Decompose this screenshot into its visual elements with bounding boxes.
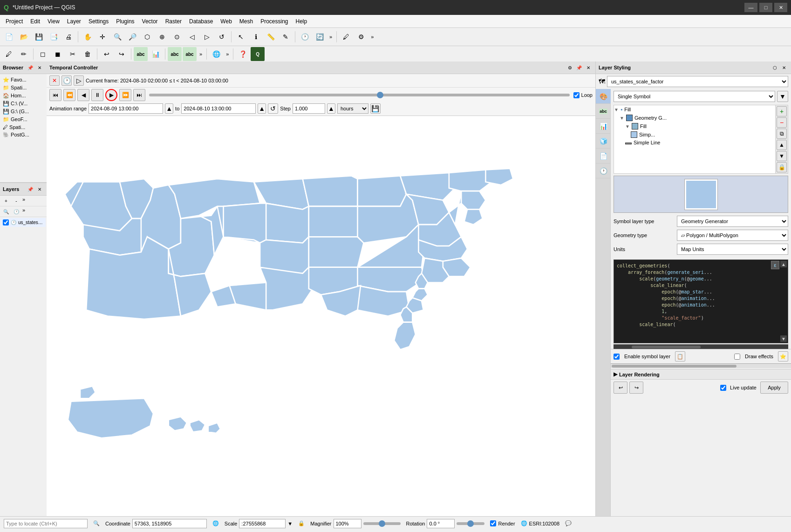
save-button[interactable]: 💾 — [32, 30, 46, 44]
zoom-last-button[interactable]: ◁ — [185, 30, 199, 44]
globe-button[interactable]: 🌐 — [209, 47, 223, 61]
minimize-button[interactable]: — — [744, 3, 757, 12]
sp-geometry-type-select[interactable]: ▱ Polygon / MultiPolygon — [677, 230, 788, 241]
edit-button[interactable]: ⚙ — [354, 30, 368, 44]
tree-item-fill2[interactable]: ▼ Fill — [625, 122, 775, 130]
scale-dropdown[interactable]: ▼ — [287, 521, 293, 526]
label3-button[interactable]: abc — [183, 47, 197, 61]
rotation-slider[interactable] — [457, 522, 484, 525]
browser-item-spatial2[interactable]: 🖊 Spati... — [1, 123, 46, 131]
menu-settings[interactable]: Settings — [85, 16, 112, 27]
coordinate-input[interactable] — [132, 519, 207, 528]
tc-timeline-slider[interactable] — [149, 94, 570, 96]
delete-button[interactable]: 🗑 — [81, 47, 95, 61]
sp-tab-symbology[interactable]: 🎨 — [596, 89, 611, 104]
dup-symbol-button[interactable]: ⧉ — [777, 129, 787, 139]
sp-undo-redo[interactable]: ↩ ↪ — [614, 382, 643, 394]
menu-project[interactable]: Project — [2, 16, 27, 27]
tc-range-from-up[interactable]: ▲ — [165, 103, 173, 114]
magnifier-slider[interactable] — [363, 522, 401, 525]
tc-save-button[interactable]: 💾 — [370, 103, 381, 114]
cut-button[interactable]: ✂ — [66, 47, 80, 61]
zoom-full-button[interactable]: ⊙ — [170, 30, 184, 44]
help-button[interactable]: ❓ — [236, 47, 250, 61]
magnifier-input[interactable] — [334, 519, 361, 528]
tc-goto-start-button[interactable]: ⏮ — [49, 89, 61, 101]
menu-layer[interactable]: Layer — [63, 16, 85, 27]
sp-redo-button[interactable]: ↪ — [629, 382, 643, 394]
sp-live-apply[interactable]: Live update Apply — [720, 382, 788, 394]
layer-diagram-button[interactable]: 📊 — [149, 47, 163, 61]
menu-database[interactable]: Database — [185, 16, 217, 27]
sp-tab-rendering[interactable]: 📄 — [596, 149, 611, 164]
refresh2-button[interactable]: 🔄 — [313, 30, 327, 44]
tree-item-fill[interactable]: ▼ ▪ Fill — [614, 105, 775, 114]
sp-symbol-type-select[interactable]: Single Symbol — [614, 91, 775, 102]
tree-item-geometry-gen[interactable]: ▼ Geometry G... — [620, 114, 775, 122]
vertex-button[interactable]: ◻ — [36, 47, 50, 61]
map-canvas[interactable] — [47, 116, 595, 516]
layers-content[interactable]: 🕐 us_states_scale_factor — [0, 217, 47, 228]
enable-symbol-layer-checkbox[interactable] — [614, 354, 620, 360]
browser-close-button[interactable]: ✕ — [35, 63, 44, 72]
sp-tab-3d[interactable]: 🧊 — [596, 134, 611, 149]
measure-button[interactable]: 📏 — [264, 30, 278, 44]
browser-item-geof[interactable]: 📁 GeoF... — [1, 116, 46, 123]
tc-pin-button[interactable]: 📌 — [575, 63, 583, 72]
sp-units-select[interactable]: Map Units — [677, 244, 788, 255]
close-button[interactable]: ✕ — [774, 3, 787, 12]
menu-edit[interactable]: Edit — [27, 16, 44, 27]
tc-header-icons[interactable]: ⚙ 📌 ✕ — [566, 63, 593, 72]
save-as-button[interactable]: 📑 — [47, 30, 61, 44]
layers-toolbar[interactable]: + - » — [0, 196, 47, 206]
tc-step-unit-select[interactable]: hours minutes seconds days — [337, 103, 368, 114]
sp-code-editor[interactable]: ▲ ε collect_geometries( array_foreach(ge… — [614, 259, 788, 343]
scale-input[interactable] — [239, 519, 286, 528]
tc-refresh-button[interactable]: ↺ — [268, 103, 278, 114]
tc-range-to-input[interactable] — [181, 103, 256, 114]
sp-dock-button[interactable]: ⬡ — [771, 63, 779, 72]
up-symbol-button[interactable]: ▲ — [777, 140, 787, 150]
sp-symbol-layer-type-select[interactable]: Geometry Generator — [677, 216, 788, 227]
expression-button[interactable]: ε — [771, 261, 779, 269]
browser-item-favorites[interactable]: ⭐ Favo... — [1, 76, 46, 84]
locate-search-input[interactable] — [4, 519, 88, 528]
menu-mesh[interactable]: Mesh — [236, 16, 257, 27]
zoom-select-button[interactable]: ⬡ — [140, 30, 154, 44]
toolbar-more[interactable]: » — [327, 34, 334, 40]
tc-play-fwd-button[interactable]: ▷ — [74, 75, 84, 86]
menu-raster[interactable]: Raster — [162, 16, 185, 27]
temporal-button[interactable]: 🕐 — [298, 30, 312, 44]
tc-goto-end-button[interactable]: ⏭ — [133, 89, 145, 101]
maximize-button[interactable]: □ — [759, 3, 772, 12]
add-group-button[interactable]: + — [2, 197, 10, 205]
sp-layer-dropdown[interactable]: us_states_scale_factor — [607, 76, 788, 87]
menu-help[interactable]: Help — [292, 16, 311, 27]
remove-layer-button[interactable]: - — [12, 197, 20, 205]
open-button[interactable]: 📂 — [17, 30, 31, 44]
down-symbol-button[interactable]: ▼ — [777, 151, 787, 161]
toolbar-more2[interactable]: » — [369, 34, 375, 40]
layer-time-button[interactable]: 🕐 — [12, 207, 20, 216]
tc-loop-checkbox[interactable] — [573, 92, 580, 98]
sp-tab-diagrams[interactable]: 📊 — [596, 119, 611, 134]
filter-layer-button[interactable]: 🔍 — [2, 207, 10, 216]
menu-vector[interactable]: Vector — [138, 16, 162, 27]
digitize2-button[interactable]: ✏ — [17, 47, 31, 61]
layer-item[interactable]: 🕐 us_states_scale_factor — [1, 218, 46, 227]
more-btn[interactable]: » — [22, 197, 25, 205]
sp-header-icons[interactable]: ⬡ ✕ — [771, 63, 788, 72]
layer-rendering-section[interactable]: ▶ Layer Rendering — [611, 369, 791, 379]
tc-play-back-button[interactable]: ◀ — [77, 89, 89, 101]
browser-item-g[interactable]: 💾 G:\ (G... — [1, 108, 46, 116]
digitize-button[interactable]: 🖊 — [339, 30, 353, 44]
browser-item-postgis[interactable]: 🐘 PostG... — [1, 131, 46, 139]
render-checkbox[interactable] — [490, 520, 496, 526]
print-button[interactable]: 🖨 — [61, 30, 75, 44]
tree-item-simple-fill[interactable]: Simp... — [631, 130, 775, 139]
label-button[interactable]: abc — [134, 47, 148, 61]
code-scroll-up[interactable]: ▲ — [780, 261, 787, 267]
zoom-next-button[interactable]: ▷ — [200, 30, 214, 44]
tc-pause-button[interactable]: ⏸ — [91, 89, 103, 101]
remove-symbol-button[interactable]: − — [777, 117, 787, 128]
